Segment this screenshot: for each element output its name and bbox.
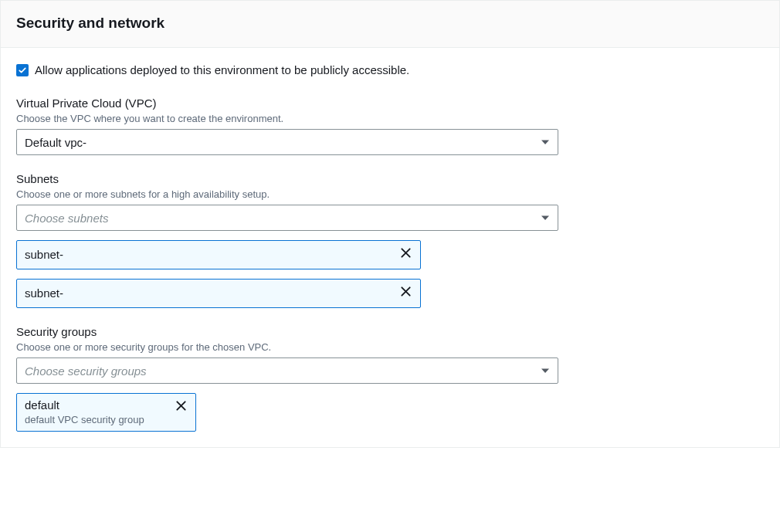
security-group-tag-label: default	[25, 398, 144, 413]
close-icon	[400, 247, 412, 259]
security-group-tag-sublabel: default VPC security group	[25, 414, 144, 426]
panel-body: Allow applications deployed to this envi…	[1, 48, 779, 447]
subnets-tag-list: subnet- subnet-	[16, 240, 764, 308]
publicly-accessible-checkbox[interactable]	[16, 64, 29, 76]
panel-header: Security and network	[1, 1, 779, 48]
vpc-select-value: Default vpc-	[25, 136, 86, 149]
caret-down-icon	[541, 213, 550, 222]
panel-title: Security and network	[16, 15, 764, 32]
security-group-tag-body: default default VPC security group	[25, 398, 144, 426]
subnet-tag-remove-button[interactable]	[398, 246, 413, 260]
close-icon	[400, 286, 412, 297]
vpc-section: Virtual Private Cloud (VPC) Choose the V…	[16, 97, 764, 155]
vpc-select[interactable]: Default vpc-	[16, 129, 558, 155]
caret-down-icon	[541, 366, 550, 375]
subnet-tag: subnet-	[16, 240, 421, 269]
vpc-label: Virtual Private Cloud (VPC)	[16, 97, 764, 110]
security-groups-label: Security groups	[16, 325, 764, 338]
publicly-accessible-label: Allow applications deployed to this envi…	[35, 63, 409, 76]
publicly-accessible-row: Allow applications deployed to this envi…	[16, 63, 764, 76]
subnet-tag: subnet-	[16, 279, 421, 308]
security-group-tag: default default VPC security group	[16, 393, 196, 432]
security-groups-description: Choose one or more security groups for t…	[16, 341, 764, 353]
close-icon	[175, 400, 187, 412]
subnets-label: Subnets	[16, 172, 764, 185]
subnets-description: Choose one or more subnets for a high av…	[16, 188, 764, 200]
subnet-tag-label: subnet-	[25, 286, 63, 301]
subnets-section: Subnets Choose one or more subnets for a…	[16, 172, 764, 308]
security-groups-select[interactable]: Choose security groups	[16, 357, 558, 384]
subnet-tag-label: subnet-	[25, 248, 63, 263]
security-groups-section: Security groups Choose one or more secur…	[16, 325, 764, 432]
security-groups-tag-list: default default VPC security group	[16, 393, 764, 432]
caret-down-icon	[541, 137, 550, 147]
vpc-description: Choose the VPC where you want to create …	[16, 113, 764, 124]
check-icon	[18, 66, 27, 75]
subnets-select-placeholder: Choose subnets	[25, 212, 108, 225]
security-groups-select-placeholder: Choose security groups	[25, 364, 147, 378]
subnets-select[interactable]: Choose subnets	[16, 205, 558, 231]
security-group-tag-remove-button[interactable]	[174, 398, 188, 413]
subnet-tag-remove-button[interactable]	[398, 284, 413, 299]
security-network-panel: Security and network Allow applications …	[0, 0, 780, 448]
